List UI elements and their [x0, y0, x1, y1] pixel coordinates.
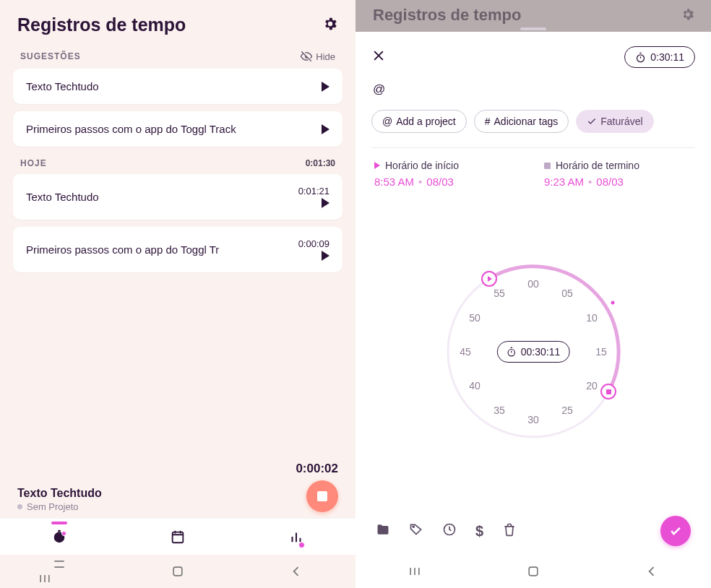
suggestion-title: Texto Techtudo	[26, 80, 99, 92]
play-icon	[488, 276, 492, 282]
tick: 00	[522, 278, 544, 290]
divider	[371, 147, 695, 148]
entry-title: Texto Techtudo	[26, 191, 99, 203]
suggestion-title: Primeiros passos com o app do Toggl Trac…	[26, 123, 236, 135]
tick: 10	[581, 312, 603, 324]
home-icon[interactable]	[171, 564, 185, 579]
tick: 55	[488, 287, 510, 299]
tick: 25	[556, 405, 578, 416]
system-nav	[0, 555, 356, 588]
description-input[interactable]: @	[371, 78, 695, 110]
tick: 35	[488, 405, 510, 416]
delete-icon[interactable]	[502, 522, 517, 540]
clock-icon[interactable]	[442, 522, 457, 540]
gear-icon	[681, 7, 695, 25]
today-heading: HOJE	[20, 158, 47, 168]
duration-pill[interactable]: 0:30:11	[624, 46, 695, 68]
wheel-duration-pill[interactable]: 00:30:11	[497, 341, 570, 363]
svg-rect-9	[529, 567, 538, 576]
system-nav	[356, 555, 711, 588]
tick: 20	[581, 380, 603, 392]
settings-icon[interactable]	[322, 16, 338, 35]
today-total: 0:01:30	[306, 158, 335, 168]
recent-apps-icon[interactable]	[408, 564, 422, 579]
add-project-chip[interactable]: @ Add a project	[371, 110, 467, 133]
running-timer-bar[interactable]: Texto Techtudo Sem Projeto 0:00:02	[0, 462, 356, 518]
tab-reports[interactable]	[288, 529, 304, 548]
entry-title: Primeiros passos com o app do Toggl Tr	[26, 243, 219, 256]
play-icon[interactable]	[322, 124, 329, 134]
play-icon[interactable]	[322, 82, 329, 92]
entry-duration: 0:01:21	[298, 186, 329, 196]
svg-rect-2	[173, 532, 184, 543]
tag-icon[interactable]	[409, 522, 423, 540]
stopwatch-icon	[507, 347, 517, 357]
running-project: Sem Projeto	[27, 501, 79, 512]
tick: 40	[464, 380, 486, 392]
billable-chip[interactable]: Faturável	[576, 110, 653, 133]
recent-apps-icon[interactable]	[52, 557, 66, 586]
sheet-grabber[interactable]	[520, 27, 546, 30]
stop-icon	[317, 491, 327, 501]
wheel-duration-value: 00:30:11	[521, 346, 561, 358]
folder-icon[interactable]	[376, 522, 390, 540]
suggestions-heading: SUGESTÕES	[20, 51, 81, 61]
time-entry[interactable]: Primeiros passos com o app do Toggl Tr 0…	[13, 227, 342, 272]
stopwatch-icon	[635, 52, 646, 63]
start-label: Horário de início	[385, 160, 459, 171]
indicator-dot	[611, 301, 615, 305]
end-time-block[interactable]: Horário de termino 9:23 AM•08/03	[544, 160, 692, 188]
back-icon[interactable]	[289, 564, 303, 579]
end-time: 9:23 AM	[544, 176, 584, 188]
tick: 50	[464, 312, 486, 324]
tick: 30	[522, 414, 544, 425]
home-icon[interactable]	[526, 564, 540, 579]
play-icon[interactable]	[322, 198, 329, 208]
svg-rect-1	[58, 530, 61, 532]
stop-icon	[606, 389, 611, 394]
running-elapsed: 0:00:02	[296, 462, 338, 476]
page-title: Registros de tempo	[17, 14, 186, 35]
tick: 05	[556, 287, 578, 299]
back-icon[interactable]	[645, 564, 659, 579]
start-time: 8:53 AM	[374, 176, 414, 188]
play-icon	[374, 162, 380, 169]
time-entry[interactable]: Texto Techtudo 0:01:21	[13, 174, 342, 220]
add-tags-chip[interactable]: # Adicionar tags	[474, 110, 569, 133]
check-icon	[668, 524, 683, 538]
billable-icon[interactable]: $	[475, 523, 483, 540]
check-icon	[587, 116, 597, 126]
end-handle[interactable]	[600, 384, 616, 399]
tab-calendar[interactable]	[170, 529, 186, 548]
duration-wheel[interactable]: 00 05 10 15 20 25 30 35 40 45 50 55 00:3…	[439, 258, 627, 446]
tick: 45	[454, 346, 476, 358]
svg-point-7	[413, 526, 414, 527]
chip-label: Faturável	[600, 116, 642, 127]
confirm-button[interactable]	[660, 516, 691, 546]
start-time-block[interactable]: Horário de início 8:53 AM•08/03	[374, 160, 522, 188]
end-label: Horário de termino	[556, 160, 639, 171]
dim-title: Registros de tempo	[373, 6, 521, 25]
suggestion-item[interactable]: Primeiros passos com o app do Toggl Trac…	[13, 111, 342, 147]
stop-button[interactable]	[306, 480, 338, 512]
close-button[interactable]	[371, 48, 386, 66]
tick: 15	[590, 346, 612, 358]
eye-off-icon	[300, 50, 313, 63]
end-date: 08/03	[596, 176, 624, 188]
tab-timer[interactable]	[51, 529, 67, 548]
hide-suggestions-button[interactable]: Hide	[300, 50, 335, 63]
stop-icon	[544, 163, 551, 169]
hide-label: Hide	[316, 51, 335, 62]
svg-rect-3	[173, 567, 182, 576]
chip-label: Adicionar tags	[494, 116, 559, 127]
suggestion-item[interactable]: Texto Techtudo	[13, 69, 342, 104]
play-icon[interactable]	[322, 251, 329, 261]
chip-label: Add a project	[396, 116, 456, 127]
start-handle[interactable]	[481, 271, 497, 287]
start-date: 08/03	[426, 176, 454, 188]
project-dot-icon	[17, 504, 22, 509]
entry-duration: 0:00:09	[298, 238, 329, 249]
duration-value: 0:30:11	[650, 51, 684, 63]
running-title: Texto Techtudo	[17, 487, 102, 500]
